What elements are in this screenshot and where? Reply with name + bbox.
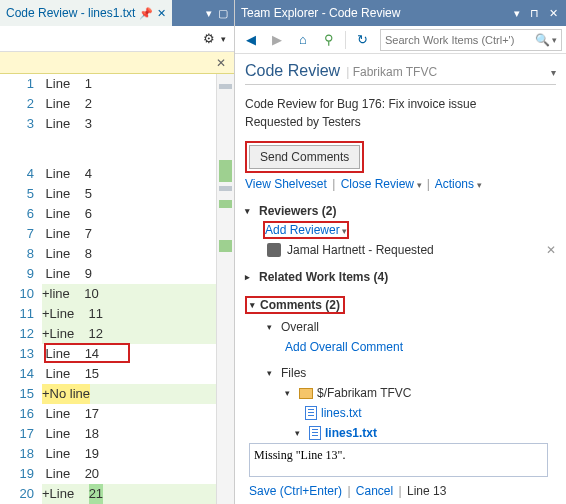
add-overall-comment-link[interactable]: Add Overall Comment [285, 337, 403, 357]
files-label: Files [281, 363, 306, 383]
folder-path: $/Fabrikam TFVC [317, 383, 411, 403]
window-dropdown-icon[interactable]: ▾ [512, 7, 522, 20]
connect-icon[interactable]: ⚲ [317, 29, 341, 51]
highlight-send-comments: Send Comments [245, 141, 364, 173]
file-name-active[interactable]: lines1.txt [325, 423, 377, 443]
related-work-items-label: Related Work Items (4) [259, 270, 388, 284]
back-icon[interactable]: ◀ [239, 29, 263, 51]
chevron-down-icon: ▾ [245, 206, 255, 216]
file-row[interactable]: lines.txt [245, 403, 556, 423]
tab-code-review-file[interactable]: Code Review - lines1.txt 📌 ✕ [0, 0, 172, 26]
team-explorer-toolbar: ◀ ▶ ⌂ ⚲ ↻ 🔍 ▾ [235, 26, 566, 54]
related-work-items-header[interactable]: ▸ Related Work Items (4) [245, 267, 556, 287]
window-title: Team Explorer - Code Review [241, 6, 506, 20]
file-row-active[interactable]: ▾ lines1.txt [245, 423, 556, 443]
view-shelveset-link[interactable]: View Shelveset [245, 177, 327, 191]
section-title-main: Code Review [245, 62, 340, 80]
team-explorer-header: Team Explorer - Code Review ▾ ⊓ ✕ [235, 0, 566, 26]
file-icon [309, 426, 321, 440]
line-number-gutter: 12345678910111213141516171819202122 [0, 74, 42, 504]
file-name[interactable]: lines.txt [321, 403, 362, 423]
folder-row[interactable]: ▾ $/Fabrikam TFVC [245, 383, 556, 403]
file-icon [305, 406, 317, 420]
refresh-icon[interactable]: ↻ [350, 29, 374, 51]
comment-textarea[interactable] [249, 443, 548, 477]
review-title: Code Review for Bug 176: Fix invoice iss… [245, 95, 556, 113]
add-reviewer-link[interactable]: Add Reviewer [265, 223, 347, 237]
chevron-right-icon: ▸ [245, 272, 255, 282]
reviewers-label: Reviewers (2) [259, 204, 336, 218]
reviewer-name: Jamal Hartnett - Requested [287, 243, 434, 257]
cancel-comment-link[interactable]: Cancel [356, 484, 393, 498]
chevron-down-icon: ▾ [267, 363, 277, 383]
code-toolbar: ⚙ ▾ [0, 26, 234, 52]
gear-icon[interactable]: ⚙ [203, 31, 215, 46]
section-heading: Code Review | Fabrikam TFVC ▾ [245, 62, 556, 80]
chevron-down-icon: ▾ [295, 423, 305, 443]
comments-label: Comments (2) [260, 298, 340, 312]
save-comment-link[interactable]: Save (Ctrl+Enter) [249, 484, 342, 498]
files-section[interactable]: ▾ Files [245, 363, 556, 383]
forward-icon[interactable]: ▶ [265, 29, 289, 51]
scroll-indicator[interactable] [216, 74, 234, 504]
search-work-items[interactable]: 🔍 ▾ [380, 29, 562, 51]
search-input[interactable] [385, 34, 535, 46]
previous-icon[interactable]: ▾ [206, 7, 212, 20]
close-tab-icon[interactable]: ✕ [157, 7, 166, 20]
section-dropdown-icon[interactable]: ▾ [551, 67, 556, 78]
search-icon[interactable]: 🔍 [535, 33, 550, 47]
search-dropdown-icon[interactable]: ▾ [550, 35, 557, 45]
code-content[interactable]: Line 1 Line 2 Line 3 Line 4 Line 5 Line … [42, 74, 216, 504]
overall-label: Overall [281, 317, 319, 337]
info-bar: ✕ [0, 52, 234, 74]
tab-label: Code Review - lines1.txt [6, 6, 135, 20]
reviewer-row: Jamal Hartnett - Requested ✕ [245, 239, 556, 261]
remove-reviewer-icon[interactable]: ✕ [546, 243, 556, 257]
chevron-down-icon: ▾ [267, 317, 277, 337]
close-panel-icon[interactable]: ✕ [547, 7, 560, 20]
reviewers-header[interactable]: ▾ Reviewers (2) [245, 201, 556, 221]
chevron-down-icon: ▾ [250, 300, 260, 310]
gear-dropdown-icon[interactable]: ▾ [221, 34, 226, 44]
overall-section[interactable]: ▾ Overall [245, 317, 556, 337]
home-icon[interactable]: ⌂ [291, 29, 315, 51]
comments-header[interactable]: ▾ Comments (2) [245, 293, 345, 317]
close-infobar-icon[interactable]: ✕ [216, 56, 226, 70]
avatar-icon [267, 243, 281, 257]
folder-icon [299, 388, 313, 399]
section-title-sub: Fabrikam TFVC [353, 65, 437, 79]
pin-icon[interactable]: ⊓ [528, 7, 541, 20]
close-review-link[interactable]: Close Review [341, 177, 422, 191]
pin-icon[interactable]: 📌 [139, 7, 153, 20]
code-tab-bar: Code Review - lines1.txt 📌 ✕ ▾ ▢ [0, 0, 234, 26]
highlight-add-reviewer: Add Reviewer [263, 221, 349, 239]
requested-by: Requested by Testers [245, 113, 556, 131]
line-reference: Line 13 [407, 484, 446, 498]
window-position-icon[interactable]: ▢ [218, 7, 228, 20]
actions-link[interactable]: Actions [435, 177, 482, 191]
send-comments-button[interactable]: Send Comments [249, 145, 360, 169]
chevron-down-icon: ▾ [285, 383, 295, 403]
